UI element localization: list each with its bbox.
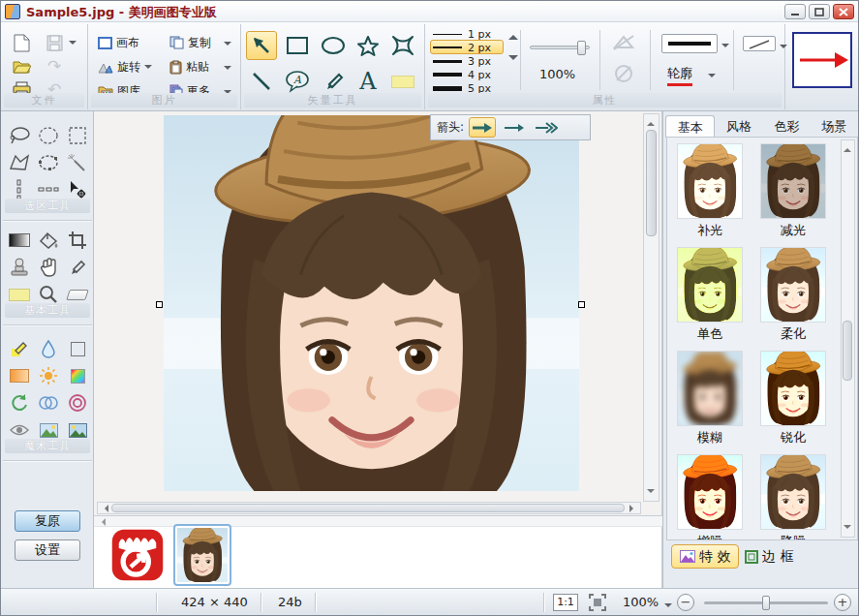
restore-button[interactable] bbox=[809, 4, 830, 19]
zoom-out-button[interactable]: − bbox=[677, 594, 694, 611]
dash-style-dropdown[interactable] bbox=[743, 36, 776, 51]
width-spin-down[interactable] bbox=[508, 55, 518, 65]
line-style-dropdown[interactable] bbox=[661, 34, 718, 53]
ellipse-select-tool[interactable] bbox=[36, 123, 61, 148]
canvas-vertical-scrollbar[interactable] bbox=[643, 113, 660, 502]
no-fill-icon[interactable] bbox=[611, 32, 636, 53]
effect-fill-light[interactable]: 补光 bbox=[675, 143, 745, 239]
draw-pen-tool[interactable] bbox=[65, 255, 90, 280]
tab-style[interactable]: 风格 bbox=[715, 115, 762, 138]
effects-scroll-thumb[interactable] bbox=[843, 321, 852, 381]
magnetic-lasso-tool[interactable] bbox=[36, 150, 61, 175]
minimize-button[interactable] bbox=[784, 4, 806, 19]
new-file-button[interactable] bbox=[11, 32, 32, 53]
effect-thumb-reduce-light[interactable] bbox=[760, 143, 826, 219]
effect-thumb-soften[interactable] bbox=[760, 247, 826, 323]
width-spin-up[interactable] bbox=[508, 30, 518, 40]
mosaic-tool[interactable] bbox=[65, 336, 90, 361]
effect-thumb-fill-light[interactable] bbox=[677, 143, 743, 219]
photo-thumbnail-selected[interactable] bbox=[173, 524, 231, 586]
effect-denoise[interactable]: 降噪 bbox=[758, 454, 828, 540]
text-tool[interactable]: A bbox=[353, 67, 383, 96]
vertical-scroll-thumb[interactable] bbox=[646, 130, 657, 236]
pencil-tool[interactable] bbox=[318, 67, 349, 96]
scroll-up-arrow[interactable] bbox=[647, 118, 655, 126]
zoom-slider[interactable] bbox=[704, 601, 828, 604]
line-width-3px[interactable]: 3 px bbox=[433, 54, 497, 68]
rect-select-tool[interactable] bbox=[65, 123, 90, 148]
effect-thumb-add-noise[interactable] bbox=[677, 454, 743, 530]
line-tool[interactable] bbox=[246, 67, 277, 96]
restore-button[interactable]: 复原 bbox=[15, 510, 80, 532]
line-width-4px[interactable]: 4 px bbox=[433, 68, 497, 81]
orange-gradient-tool[interactable] bbox=[7, 363, 32, 388]
opacity-slider-thumb[interactable] bbox=[577, 41, 586, 55]
zoom-slider-thumb[interactable] bbox=[762, 596, 770, 610]
line-style-caret[interactable] bbox=[721, 44, 729, 51]
paste-dropdown-caret[interactable] bbox=[224, 66, 231, 74]
arrow-style-solid[interactable] bbox=[469, 117, 496, 138]
rotate-dropdown-caret[interactable] bbox=[144, 65, 152, 73]
tab-basic[interactable]: 基本 bbox=[665, 115, 715, 138]
effect-thumb-sharpen[interactable] bbox=[760, 351, 826, 426]
edited-photo[interactable] bbox=[164, 115, 579, 491]
border-mode-button[interactable]: 边 框 bbox=[737, 544, 801, 569]
scroll-down-arrow[interactable] bbox=[647, 489, 655, 497]
zoom-level[interactable]: 100% bbox=[623, 595, 659, 609]
opacity-slider[interactable] bbox=[530, 46, 590, 49]
target-circles-tool[interactable] bbox=[65, 390, 90, 416]
effect-soften[interactable]: 柔化 bbox=[758, 247, 828, 343]
effect-sharpen[interactable]: 锐化 bbox=[758, 351, 828, 447]
arrow-style-double[interactable] bbox=[533, 117, 560, 138]
fill-bucket-tool[interactable] bbox=[36, 228, 61, 253]
scroll-right-arrow[interactable] bbox=[629, 505, 637, 512]
arrow-tool[interactable] bbox=[246, 31, 277, 60]
canvas-horizontal-scrollbar[interactable] bbox=[97, 502, 641, 514]
marker-tool[interactable] bbox=[7, 336, 32, 361]
copy-button[interactable]: 复制 bbox=[169, 33, 211, 52]
actual-size-button[interactable]: 1:1 bbox=[553, 594, 578, 611]
polygon-lasso-tool[interactable] bbox=[7, 150, 32, 175]
refresh-color-tool[interactable] bbox=[7, 390, 32, 416]
effects-scrollbar[interactable] bbox=[841, 139, 855, 538]
rotate-button[interactable]: 旋转 bbox=[98, 57, 152, 77]
paste-button[interactable]: 粘贴 bbox=[169, 57, 209, 77]
effect-add-noise[interactable]: 增噪 bbox=[675, 454, 745, 540]
line-width-2px[interactable]: 2 px bbox=[433, 41, 497, 54]
outline-button[interactable]: 轮廓 bbox=[667, 65, 692, 86]
effect-monochrome[interactable]: 单色 bbox=[675, 247, 745, 343]
fit-screen-button[interactable] bbox=[589, 594, 606, 611]
effect-blur[interactable]: 模糊 bbox=[675, 351, 745, 447]
water-drop-tool[interactable] bbox=[36, 336, 61, 361]
canvas-area[interactable]: 箭头: bbox=[94, 111, 662, 515]
resize-handle-right[interactable] bbox=[578, 301, 585, 308]
open-file-button[interactable] bbox=[11, 55, 32, 77]
hue-rainbow-tool[interactable] bbox=[65, 363, 90, 388]
ellipse-tool[interactable] bbox=[318, 31, 349, 60]
effect-thumb-blur[interactable] bbox=[677, 351, 743, 426]
effects-scroll-up[interactable] bbox=[844, 144, 851, 152]
stamp-tool[interactable] bbox=[7, 255, 32, 280]
crop-tool[interactable] bbox=[65, 228, 90, 253]
callout-tool[interactable]: A bbox=[282, 67, 313, 96]
settings-button[interactable]: 设置 bbox=[15, 539, 80, 561]
redo-button[interactable]: ↷ bbox=[44, 55, 65, 77]
blend-circles-tool[interactable] bbox=[36, 390, 61, 416]
lasso-tool[interactable] bbox=[7, 123, 32, 148]
tab-scene[interactable]: 场景 bbox=[811, 115, 858, 138]
scroll-left-arrow[interactable] bbox=[101, 505, 108, 512]
four-point-star-tool[interactable] bbox=[387, 31, 418, 60]
highlight-tool[interactable] bbox=[387, 67, 418, 96]
copy-dropdown-caret[interactable] bbox=[224, 42, 231, 49]
horizontal-scroll-thumb[interactable] bbox=[111, 504, 625, 512]
zoom-dropdown-caret[interactable] bbox=[664, 603, 672, 611]
star-tool[interactable] bbox=[353, 31, 383, 60]
gradient-tool[interactable] bbox=[7, 228, 32, 253]
save-button[interactable] bbox=[44, 32, 65, 53]
line-width-1px[interactable]: 1 px bbox=[433, 27, 497, 41]
outline-caret[interactable] bbox=[708, 74, 716, 81]
canvas-button[interactable]: 画布 bbox=[98, 33, 139, 52]
app-logo-thumbnail[interactable] bbox=[109, 528, 166, 582]
resize-handle-left[interactable] bbox=[156, 301, 163, 308]
brightness-tool[interactable] bbox=[36, 363, 61, 388]
